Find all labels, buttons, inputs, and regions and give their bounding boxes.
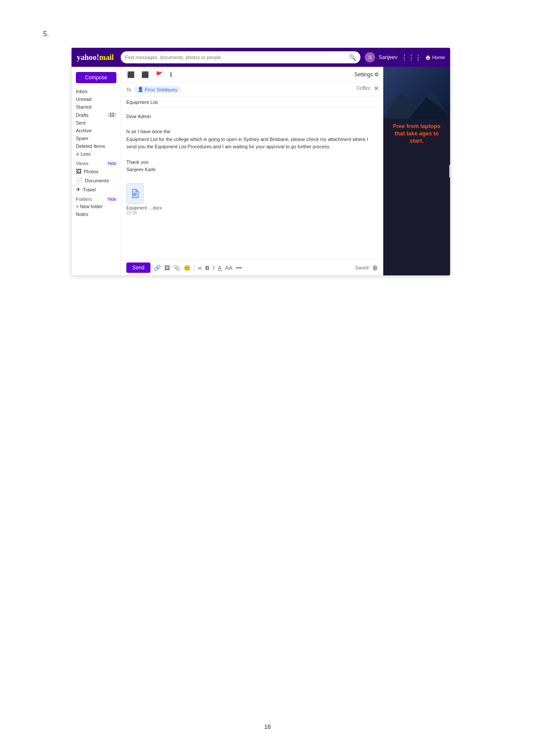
sidebar-item-deleted[interactable]: Deleted Items	[72, 142, 121, 150]
image-icon[interactable]: 🖼	[164, 265, 170, 271]
sidebar-item-new-folder[interactable]: + New folder	[72, 203, 121, 210]
travel-icon: ✈	[76, 186, 81, 193]
ad-mountain-svg	[383, 84, 450, 119]
toolbar-icon-2[interactable]: ⬛	[140, 70, 150, 79]
svg-rect-0	[133, 194, 137, 194]
compose-bottom-toolbar: Send 🔗 🖼 📎 😊 ∞ B I A AA ••• Saved 🗑	[121, 259, 383, 275]
toolbar-icon-1[interactable]: ⬛	[125, 70, 136, 79]
search-bar[interactable]: 🔍	[121, 51, 360, 63]
sidebar-item-sent[interactable]: Sent	[72, 119, 121, 127]
sidebar: Compose Inbox Unread Starred Drafts 12 S…	[72, 67, 121, 275]
views-section-header: Views Hide	[72, 158, 121, 167]
travel-label: Travel	[83, 187, 96, 192]
toolbar-flag[interactable]: 🚩	[154, 70, 165, 79]
sidebar-item-travel[interactable]: ✈ Travel	[72, 185, 121, 194]
sidebar-item-spam[interactable]: Spam	[72, 134, 121, 142]
format-separator	[194, 264, 194, 271]
search-input[interactable]	[125, 55, 347, 60]
photos-label: Photos	[84, 169, 98, 174]
sidebar-item-starred[interactable]: Starred	[72, 103, 121, 111]
sidebar-item-notes[interactable]: Notes	[72, 210, 121, 218]
yahoo-logo: yahoo!mail	[77, 53, 114, 62]
attachment-area: Equipment ....docx 21.5b	[121, 179, 383, 219]
notes-label: Notes	[76, 212, 88, 217]
subject-row: Equipment List	[121, 97, 383, 108]
documents-icon: 📄	[76, 177, 83, 184]
folders-section-header: Folders Hide	[72, 194, 121, 203]
italic-icon[interactable]: I	[213, 265, 215, 271]
settings-label: Settings	[354, 72, 373, 78]
content-area: ⬛ ⬛ 🚩 ℹ Settings ⚙ To 👤 Firoz S	[121, 67, 383, 275]
attachment-name: Equipment ....docx	[126, 206, 162, 210]
ad-background	[383, 67, 450, 119]
mail-window: yahoo!mail 🔍 S Sanjeev ⋮⋮⋮ 🏠 Home Compos…	[71, 47, 451, 276]
attachment-btn[interactable]: 📎	[173, 265, 180, 271]
sidebar-item-photos[interactable]: 🖼 Photos	[72, 167, 121, 176]
to-label: To	[126, 87, 131, 92]
settings-button[interactable]: Settings ⚙	[354, 72, 379, 78]
home-label: Home	[432, 55, 445, 60]
compose-area: To 👤 Firoz Siddiquey Cc/Bcc ✕ Equipment …	[121, 82, 383, 259]
drafts-badge: 12	[107, 112, 116, 118]
attachment-icon	[126, 183, 144, 204]
step-label: 5.	[43, 30, 49, 38]
infinite-icon[interactable]: ∞	[198, 265, 202, 271]
send-button[interactable]: Send	[126, 262, 150, 273]
font-size-icon[interactable]: AA	[225, 265, 232, 271]
compose-button[interactable]: Compose	[76, 72, 116, 83]
header-right: S Sanjeev ⋮⋮⋮ 🏠 Home	[365, 52, 445, 62]
drafts-label: Drafts	[76, 112, 88, 118]
less-label: ∧ Less	[76, 151, 91, 157]
home-icon: 🏠	[425, 55, 431, 60]
sidebar-item-documents[interactable]: 📄 Documents	[72, 176, 121, 185]
folders-label: Folders	[76, 197, 92, 202]
subject-text: Equipment List	[126, 100, 158, 105]
archive-label: Archive	[76, 128, 92, 133]
home-link[interactable]: 🏠 Home	[425, 55, 445, 60]
search-icon: 🔍	[349, 54, 356, 61]
documents-label: Documents	[85, 178, 109, 183]
cc-bcc-button[interactable]: Cc/Bcc	[357, 86, 370, 91]
ad-headline: Free from laptops that take ages to star…	[388, 123, 446, 145]
email-intro: hi sir I have done the	[126, 128, 378, 136]
recipient-icon: 👤	[138, 87, 144, 92]
ad-text-area: Free from laptops that take ages to star…	[383, 119, 450, 149]
compose-to-row: To 👤 Firoz Siddiquey	[126, 86, 378, 93]
sidebar-item-unread[interactable]: Unread	[72, 95, 121, 103]
user-name: Sanjeev	[379, 54, 397, 60]
email-body[interactable]: Dear Admin hi sir I have done the Equipm…	[121, 108, 383, 179]
sent-label: Sent	[76, 120, 86, 125]
views-hide-link[interactable]: Hide	[107, 161, 116, 166]
more-options-icon[interactable]: •••	[236, 265, 242, 271]
sidebar-item-inbox[interactable]: Inbox	[72, 87, 121, 95]
mail-header: yahoo!mail 🔍 S Sanjeev ⋮⋮⋮ 🏠 Home	[72, 48, 450, 67]
folders-hide-link[interactable]: Hide	[107, 197, 116, 202]
font-color-icon[interactable]: A	[218, 265, 222, 271]
email-closing: Thank you Sanjeev Karki	[126, 159, 378, 174]
grid-icon[interactable]: ⋮⋮⋮	[401, 53, 422, 62]
inbox-label: Inbox	[76, 89, 88, 94]
deleted-label: Deleted Items	[76, 144, 105, 149]
close-button[interactable]: ✕	[374, 85, 379, 92]
spam-label: Spam	[76, 136, 88, 141]
photos-icon: 🖼	[76, 168, 81, 175]
ad-expand-button[interactable]: ›	[449, 165, 450, 178]
recipient-badge[interactable]: 👤 Firoz Siddiquey	[134, 86, 181, 93]
delete-button[interactable]: 🗑	[372, 264, 378, 271]
ad-image	[383, 67, 450, 119]
mail-body: Compose Inbox Unread Starred Drafts 12 S…	[72, 67, 450, 275]
unread-label: Unread	[76, 97, 91, 102]
svg-rect-1	[133, 195, 136, 196]
sidebar-item-less[interactable]: ∧ Less	[72, 150, 121, 158]
link-icon[interactable]: 🔗	[154, 265, 161, 271]
toolbar-info[interactable]: ℹ	[168, 70, 174, 79]
new-folder-label: + New folder	[76, 204, 103, 209]
bold-icon[interactable]: B	[205, 265, 209, 271]
sidebar-item-drafts[interactable]: Drafts 12	[72, 111, 121, 119]
emoji-icon[interactable]: 😊	[184, 265, 191, 271]
starred-label: Starred	[76, 104, 91, 109]
sidebar-item-archive[interactable]: Archive	[72, 127, 121, 134]
ad-panel: ⓘ ✕ Free from laptops that take ages to …	[383, 67, 450, 275]
saved-label: Saved	[355, 265, 369, 270]
content-toolbar: ⬛ ⬛ 🚩 ℹ Settings ⚙	[121, 67, 383, 82]
